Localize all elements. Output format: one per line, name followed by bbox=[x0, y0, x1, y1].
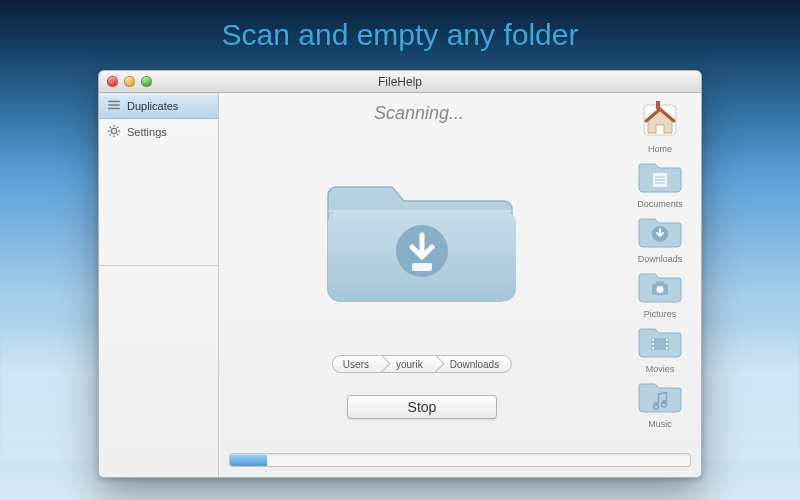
svg-rect-29 bbox=[666, 339, 668, 341]
quick-label: Documents bbox=[637, 199, 683, 209]
quick-label: Home bbox=[648, 144, 672, 154]
svg-rect-14 bbox=[412, 263, 432, 271]
window-body: Duplicates Settings Scanning... bbox=[99, 93, 701, 477]
music-folder-icon bbox=[637, 378, 683, 418]
sidebar-item-label: Settings bbox=[127, 126, 167, 138]
sidebar-item-label: Duplicates bbox=[127, 100, 178, 112]
svg-line-11 bbox=[117, 126, 118, 127]
quick-documents[interactable]: Documents bbox=[629, 158, 691, 209]
svg-rect-24 bbox=[656, 282, 664, 286]
svg-rect-27 bbox=[652, 343, 654, 345]
movies-folder-icon bbox=[637, 323, 683, 363]
svg-point-23 bbox=[657, 286, 664, 293]
downloads-folder-large-icon bbox=[322, 163, 522, 313]
sidebar-item-settings[interactable]: Settings bbox=[99, 119, 218, 145]
stop-button[interactable]: Stop bbox=[347, 395, 497, 419]
svg-line-8 bbox=[110, 126, 111, 127]
quick-label: Downloads bbox=[638, 254, 683, 264]
svg-line-9 bbox=[117, 134, 118, 135]
svg-rect-31 bbox=[666, 347, 668, 349]
quick-label: Movies bbox=[646, 364, 675, 374]
svg-point-33 bbox=[662, 400, 666, 404]
quick-access-panel: Home Documents Downloads bbox=[629, 99, 691, 429]
headline: Scan and empty any folder bbox=[0, 18, 800, 52]
background: Scan and empty any folder FileHelp Dupli… bbox=[0, 0, 800, 500]
svg-point-3 bbox=[111, 128, 116, 133]
svg-rect-26 bbox=[652, 339, 654, 341]
breadcrumb-segment[interactable]: Downloads bbox=[435, 355, 512, 373]
sidebar-item-duplicates[interactable]: Duplicates bbox=[99, 93, 218, 119]
quick-pictures[interactable]: Pictures bbox=[629, 268, 691, 319]
titlebar[interactable]: FileHelp bbox=[99, 71, 701, 93]
pictures-folder-icon bbox=[637, 268, 683, 308]
sidebar: Duplicates Settings bbox=[99, 93, 219, 477]
svg-rect-30 bbox=[666, 343, 668, 345]
documents-folder-icon bbox=[637, 158, 683, 198]
svg-rect-28 bbox=[652, 347, 654, 349]
scan-progress-bar bbox=[229, 453, 691, 467]
svg-rect-16 bbox=[656, 101, 660, 109]
scan-progress-fill bbox=[230, 454, 267, 466]
main-panel: Scanning... bbox=[219, 93, 701, 477]
breadcrumb-segment[interactable]: Users bbox=[332, 355, 381, 373]
quick-home[interactable]: Home bbox=[629, 99, 691, 154]
quick-music[interactable]: Music bbox=[629, 378, 691, 429]
quick-movies[interactable]: Movies bbox=[629, 323, 691, 374]
sidebar-spacer bbox=[99, 266, 218, 477]
scan-status: Scanning... bbox=[219, 103, 619, 124]
home-icon bbox=[638, 99, 682, 143]
svg-point-32 bbox=[654, 402, 658, 406]
list-icon bbox=[107, 98, 121, 114]
scan-target-folder bbox=[322, 163, 522, 317]
quick-label: Pictures bbox=[644, 309, 677, 319]
gear-icon bbox=[107, 124, 121, 140]
app-window: FileHelp Duplicates Settings bbox=[98, 70, 702, 478]
svg-line-10 bbox=[110, 134, 111, 135]
quick-downloads[interactable]: Downloads bbox=[629, 213, 691, 264]
downloads-folder-icon bbox=[637, 213, 683, 253]
window-title: FileHelp bbox=[99, 75, 701, 89]
quick-label: Music bbox=[648, 419, 672, 429]
breadcrumb: Users yourik Downloads bbox=[332, 355, 512, 373]
